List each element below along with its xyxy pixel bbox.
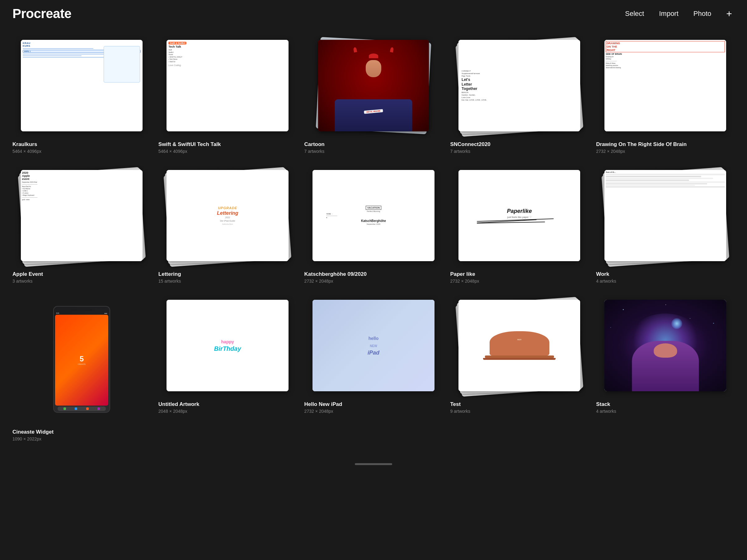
dock-icon-3 (86, 407, 89, 410)
item-name-snconnect: SNConnect2020 (450, 141, 589, 148)
thumbnail-cartoon: DEVIL INSIDE (304, 34, 443, 137)
item-name-katschberg: Katschberghöhe 09/2020 (304, 271, 443, 277)
item-meta-cartoon: 7 artworks (304, 149, 443, 154)
gallery-item-kraulkurs[interactable]: KRAUKURS ARPE 1 Kraulkurs 5464 × 4096px (12, 34, 151, 154)
item-meta-lettering: 15 artworks (158, 279, 297, 284)
item-meta-kraulkurs: 5464 × 4096px (12, 149, 151, 154)
gallery-item-untitled[interactable]: happy BirThday Untitled Artwork 2048 × 2… (158, 294, 297, 441)
item-meta-paperlike: 2732 × 2048px (450, 279, 589, 284)
paper-untitled: happy BirThday (166, 300, 288, 391)
item-name-drawing: Drawing On The Right Side Of Brain (596, 141, 735, 148)
item-meta-drawing: 2732 × 2048px (596, 149, 735, 154)
thumbnail-lettering: upgrade Lettering 2022 Der iPad-Guide Ka… (158, 164, 297, 268)
cartoon-stack-wrap: DEVIL INSIDE (318, 40, 429, 131)
gallery-item-test[interactable]: MER Test 9 artworks (450, 294, 589, 441)
item-name-cartoon: Cartoon (304, 141, 443, 148)
thumbnail-untitled: happy BirThday (158, 294, 297, 398)
app-header: Procreate Select Import Photo + (0, 0, 747, 27)
item-meta-cineaste: 1090 × 2022px (12, 436, 151, 441)
paper-stack-work: Sum of th... (604, 170, 726, 261)
item-meta-test: 9 artworks (450, 409, 589, 414)
thumbnail-katschberg: VACATION Perfect Morning HOME → ────────… (304, 164, 443, 268)
item-name-swift: Swift & SwiftUI Tech Talk (158, 141, 297, 148)
paper-stack-lettering: upgrade Lettering 2022 Der iPad-Guide Ka… (166, 170, 288, 261)
thumbnail-hello-ipad: hello NEW iPad (304, 294, 443, 398)
add-button[interactable]: + (724, 7, 735, 21)
paper-kraulkurs: KRAUKURS ARPE 1 (21, 40, 143, 131)
gallery-item-stack[interactable]: Stack 4 artworks (596, 294, 735, 441)
iphone-dock (58, 407, 105, 411)
thumbnail-swift: Swift & SwiftUI Tech Talk Swift SwiftUI … (158, 34, 297, 137)
iphone-mockup: 9:41●●● 5 CINEASTE (53, 306, 110, 412)
gallery-grid: KRAUKURS ARPE 1 Kraulkurs 5464 × 4096px (0, 27, 747, 460)
item-meta-untitled: 2048 × 2048px (158, 409, 297, 414)
item-meta-snconnect: 7 artworks (450, 149, 589, 154)
item-meta-apple-event: 3 artworks (12, 279, 151, 284)
gallery-item-swift[interactable]: Swift & SwiftUI Tech Talk Swift SwiftUI … (158, 34, 297, 154)
item-name-cineaste: Cineaste Widget (12, 429, 151, 435)
thumbnail-apple-event: 2020Appleevent September 2020 iPad ─────… (12, 164, 151, 268)
gallery-item-cineaste[interactable]: 9:41●●● 5 CINEASTE (12, 294, 151, 441)
header-actions: Select Import Photo + (622, 7, 735, 21)
item-name-stack: Stack (596, 401, 735, 407)
paper-drawing: DRAWINGon theRIGHT SIDE OF BRAIN Drawing… (604, 40, 726, 131)
item-name-apple-event: Apple Event (12, 271, 151, 277)
item-meta-hello-ipad: 2732 × 2048px (304, 409, 443, 414)
thumbnail-drawing: DRAWINGon theRIGHT SIDE OF BRAIN Drawing… (596, 34, 735, 137)
cartoon-front: DEVIL INSIDE (318, 40, 429, 131)
gallery-item-cartoon[interactable]: DEVIL INSIDE Cartoon 7 artworks (304, 34, 443, 154)
app-title: Procreate (12, 6, 71, 21)
item-name-hello-ipad: Hello New iPad (304, 401, 443, 407)
dock-icon-4 (97, 407, 100, 410)
photo-button[interactable]: Photo (691, 8, 714, 19)
iphone-status: 9:41●●● (55, 312, 108, 314)
item-name-untitled: Untitled Artwork (158, 401, 297, 407)
item-name-paperlike: Paper like (450, 271, 589, 277)
scrollbar-thumb[interactable] (355, 463, 392, 465)
gallery-item-drawing[interactable]: DRAWINGon theRIGHT SIDE OF BRAIN Drawing… (596, 34, 735, 154)
gallery-item-hello-ipad[interactable]: hello NEW iPad Hello New iPad 2732 × 204… (304, 294, 443, 441)
paper-hello-ipad: hello NEW iPad (312, 300, 434, 391)
paper-stack-apple: 2020Appleevent September 2020 iPad ─────… (21, 170, 143, 261)
thumbnail-test: MER (450, 294, 589, 398)
dock-icon-1 (63, 407, 66, 410)
thumbnail-stack (596, 294, 735, 398)
scrollbar-track (0, 460, 747, 471)
thumbnail-work: Sum of th... (596, 164, 735, 268)
paper-swift: Swift & SwiftUI Tech Talk Swift SwiftUI … (166, 40, 288, 131)
thumbnail-snconnect: CONNECT SupplementsFairmant Rigo Tools L… (450, 34, 589, 137)
iphone-screen: 5 CINEASTE (55, 315, 108, 405)
gallery-item-work[interactable]: Sum of th... Work 4 artwork (596, 164, 735, 284)
item-meta-swift: 5464 × 4096px (158, 149, 297, 154)
item-name-test: Test (450, 401, 589, 407)
paper-stack-item (604, 300, 726, 391)
iphone-number: 5 (80, 355, 84, 363)
item-meta-katschberg: 2732 × 2048px (304, 279, 443, 284)
ipad-hello-text: hello NEW iPad (367, 335, 380, 356)
item-name-lettering: Lettering (158, 271, 297, 277)
paper-stack-snconnect: CONNECT SupplementsFairmant Rigo Tools L… (459, 40, 580, 131)
iphone-screen-label: CINEASTE (78, 363, 85, 365)
item-meta-stack: 4 artworks (596, 409, 735, 414)
gallery-item-apple-event[interactable]: 2020Appleevent September 2020 iPad ─────… (12, 164, 151, 284)
paper-katschberg: VACATION Perfect Morning HOME → ────────… (312, 170, 434, 261)
gallery-item-lettering[interactable]: upgrade Lettering 2022 Der iPad-Guide Ka… (158, 164, 297, 284)
dock-icon-2 (75, 407, 77, 410)
thumbnail-paperlike: Paperlike just feels like paper ♡ (450, 164, 589, 268)
fantasy-art (604, 300, 726, 391)
thumbnail-cineaste: 9:41●●● 5 CINEASTE (12, 294, 151, 425)
gallery-item-snconnect[interactable]: CONNECT SupplementsFairmant Rigo Tools L… (450, 34, 589, 154)
item-meta-work: 4 artworks (596, 279, 735, 284)
select-button[interactable]: Select (622, 8, 646, 19)
item-name-work: Work (596, 271, 735, 277)
iphone-notch (71, 309, 93, 311)
paper-stack-test: MER (459, 300, 580, 391)
paper-paperlike: Paperlike just feels like paper ♡ (459, 170, 580, 261)
birthday-text: happy BirThday (214, 338, 241, 353)
item-name-kraulkurs: Kraulkurs (12, 141, 151, 148)
gallery-item-katschberg[interactable]: VACATION Perfect Morning HOME → ────────… (304, 164, 443, 284)
import-button[interactable]: Import (656, 8, 681, 19)
thumbnail-kraulkurs: KRAUKURS ARPE 1 (12, 34, 151, 137)
gallery-item-paperlike[interactable]: Paperlike just feels like paper ♡ Paper … (450, 164, 589, 284)
